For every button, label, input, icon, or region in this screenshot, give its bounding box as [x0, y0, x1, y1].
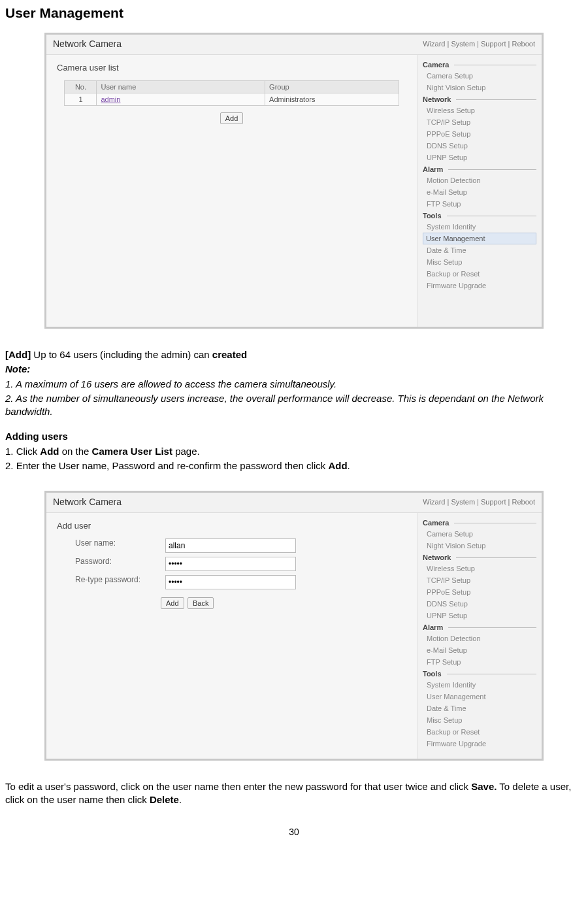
sidebar-item[interactable]: System Identity — [423, 679, 536, 691]
side-group-network: Network — [423, 93, 536, 105]
page-number: 30 — [5, 827, 583, 837]
sidebar-item[interactable]: Date & Time — [423, 702, 536, 714]
sidebar: Camera Camera Setup Night Vision Setup N… — [417, 55, 542, 327]
side-group-alarm: Alarm — [423, 163, 536, 174]
sidebar-item[interactable]: Motion Detection — [423, 633, 536, 644]
topbar-links[interactable]: Wizard | System | Support | Reboot — [423, 498, 535, 506]
side-group-camera: Camera — [423, 59, 536, 70]
sidebar-item[interactable]: DDNS Setup — [423, 598, 536, 610]
sidebar-item[interactable]: Firmware Upgrade — [423, 738, 536, 750]
label-username: User name: — [75, 538, 160, 553]
side-group-network: Network — [423, 552, 536, 563]
screenshot-user-list: Network Camera Wizard | System | Support… — [44, 33, 544, 329]
username-field[interactable] — [165, 538, 296, 553]
sidebar-item[interactable]: e-Mail Setup — [423, 644, 536, 656]
sidebar-item[interactable]: User Management — [423, 691, 536, 702]
sidebar-item[interactable]: Camera Setup — [423, 70, 536, 82]
doc-text: 1. Click Add on the Camera User List pag… — [5, 445, 583, 458]
sidebar-item[interactable]: TCP/IP Setup — [423, 574, 536, 586]
sidebar-item[interactable]: UPNP Setup — [423, 610, 536, 621]
doc-text: To edit a user's password, click on the … — [5, 780, 583, 807]
doc-text: 1. A maximum of 16 users are allowed to … — [5, 378, 583, 391]
panel-title: Add user — [57, 521, 408, 531]
col-no: No. — [65, 81, 97, 93]
sidebar-item[interactable]: TCP/IP Setup — [423, 116, 536, 128]
sidebar-item[interactable]: PPPoE Setup — [423, 586, 536, 598]
side-group-alarm: Alarm — [423, 621, 536, 633]
back-button[interactable]: Back — [188, 597, 214, 609]
doc-text: 2. Enter the User name, Password and re-… — [5, 459, 583, 472]
sidebar-item[interactable]: Night Vision Setup — [423, 540, 536, 552]
sidebar-item[interactable]: UPNP Setup — [423, 152, 536, 163]
cell-group: Administrators — [265, 93, 399, 106]
sidebar-item[interactable]: FTP Setup — [423, 198, 536, 210]
sidebar-item[interactable]: Wireless Setup — [423, 563, 536, 574]
user-table: No. User name Group 1 admin Administrato… — [64, 80, 399, 106]
sidebar-item[interactable]: Backup or Reset — [423, 268, 536, 280]
label-retype: Re-type password: — [75, 575, 160, 589]
sidebar-item[interactable]: Firmware Upgrade — [423, 280, 536, 291]
sidebar-item[interactable]: Misc Setup — [423, 256, 536, 268]
add-button[interactable]: Add — [220, 112, 244, 124]
sidebar-item[interactable]: Camera Setup — [423, 528, 536, 540]
page-title: User Management — [5, 5, 583, 21]
cell-no: 1 — [65, 93, 97, 106]
side-group-tools: Tools — [423, 210, 536, 221]
sidebar-item-user-management[interactable]: User Management — [423, 233, 536, 244]
screenshot-add-user: Network Camera Wizard | System | Support… — [44, 491, 544, 761]
app-brand: Network Camera — [53, 497, 122, 507]
sidebar-item[interactable]: e-Mail Setup — [423, 186, 536, 198]
doc-text: Adding users — [5, 430, 583, 443]
col-username: User name — [97, 81, 265, 93]
user-link[interactable]: admin — [101, 95, 120, 103]
doc-text: [Add] Up to 64 users (including the admi… — [5, 348, 583, 361]
sidebar-item[interactable]: Wireless Setup — [423, 105, 536, 116]
sidebar-item[interactable]: Date & Time — [423, 244, 536, 256]
password-field[interactable] — [165, 557, 296, 571]
side-group-camera: Camera — [423, 517, 536, 528]
col-group: Group — [265, 81, 399, 93]
sidebar-item[interactable]: FTP Setup — [423, 656, 536, 668]
panel-title: Camera user list — [57, 63, 408, 73]
sidebar-item[interactable]: DDNS Setup — [423, 140, 536, 152]
doc-text: Note: — [5, 363, 583, 376]
sidebar-item[interactable]: Motion Detection — [423, 174, 536, 186]
retype-password-field[interactable] — [165, 575, 296, 589]
side-group-tools: Tools — [423, 668, 536, 679]
label-password: Password: — [75, 557, 160, 571]
sidebar: Camera Camera Setup Night Vision Setup N… — [417, 513, 542, 759]
sidebar-item[interactable]: Misc Setup — [423, 714, 536, 726]
sidebar-item[interactable]: PPPoE Setup — [423, 128, 536, 140]
sidebar-item[interactable]: System Identity — [423, 221, 536, 233]
sidebar-item[interactable]: Night Vision Setup — [423, 82, 536, 93]
doc-text: 2. As the number of simultaneously users… — [5, 392, 583, 419]
topbar-links[interactable]: Wizard | System | Support | Reboot — [423, 40, 535, 48]
app-brand: Network Camera — [53, 39, 122, 49]
add-button[interactable]: Add — [161, 597, 184, 609]
table-row: 1 admin Administrators — [65, 93, 399, 106]
sidebar-item[interactable]: Backup or Reset — [423, 726, 536, 738]
